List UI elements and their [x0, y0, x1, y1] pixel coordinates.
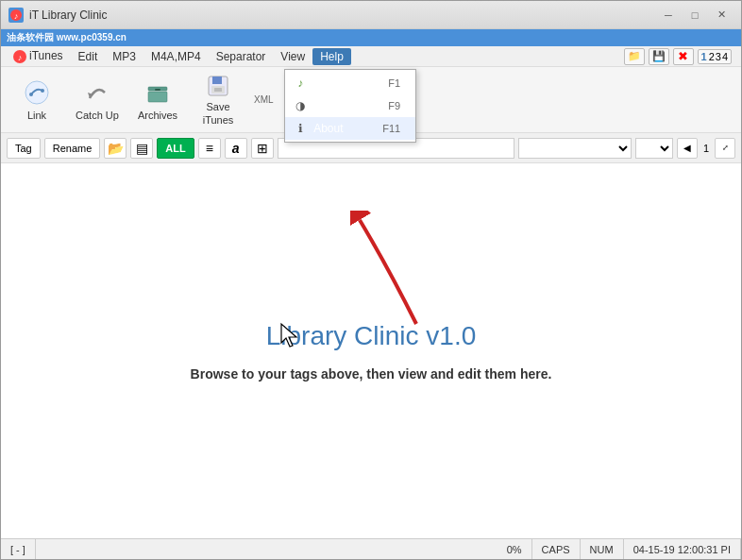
page-prev-btn[interactable]: ◀ — [677, 138, 698, 159]
barcode-icon-btn[interactable]: ▤ — [130, 138, 153, 159]
title-bar: ♪ iT Library Clinic ─ □ ✕ — [1, 1, 741, 29]
menu-mp3[interactable]: MP3 — [105, 48, 143, 65]
help-item-about[interactable]: ℹ About F11 — [285, 117, 415, 140]
top-bar-right: 📁 💾 ✖ 1 2 3 4 — [624, 48, 738, 65]
status-datetime: 04-15-19 12:00:31 PI — [624, 539, 741, 559]
page-indicator: 1 2 3 4 — [698, 49, 733, 64]
svg-text:♪: ♪ — [18, 53, 23, 62]
rename-button[interactable]: Rename — [44, 138, 101, 159]
menu-itunes[interactable]: ♪ iTunes — [5, 47, 71, 66]
svg-point-4 — [25, 81, 48, 104]
page-num-3[interactable]: 3 — [716, 51, 721, 62]
help-item-help[interactable]: ♪ Help F1 — [285, 72, 415, 94]
catchup-label: Catch Up — [76, 110, 119, 122]
align-icon-btn[interactable]: ≡ — [198, 138, 221, 159]
title-text: iT Library Clinic — [29, 8, 656, 22]
folder-icon-btn[interactable]: 📂 — [104, 138, 126, 159]
toolbar-catchup[interactable]: Catch Up — [69, 73, 126, 127]
expand-btn[interactable]: ⤢ — [715, 138, 735, 159]
status-center: 0% — [497, 539, 532, 559]
status-num: NUM — [581, 539, 624, 559]
grid-icon-btn[interactable]: ⊞ — [251, 138, 274, 159]
svg-point-6 — [41, 89, 44, 93]
app-window: ♪ iT Library Clinic ─ □ ✕ 油条软件园 www.pc03… — [0, 0, 742, 560]
version-icon: ◑ — [293, 98, 308, 113]
watermark-bar: 油条软件园 www.pc0359.cn — [1, 29, 741, 46]
watermark-text: 油条软件园 www.pc0359.cn — [7, 31, 126, 44]
arrow-overlay — [350, 211, 464, 336]
page-num-1[interactable]: 1 — [701, 51, 707, 62]
main-content: Library Clinic v1.0 Browse to your tags … — [1, 163, 741, 538]
page-num-4[interactable]: 4 — [722, 51, 728, 62]
tag-button[interactable]: Tag — [7, 138, 41, 159]
link-label: Link — [27, 110, 46, 122]
link-icon — [22, 77, 52, 108]
toolbar-icon-1[interactable]: 📁 — [624, 48, 645, 65]
saveitunes-label: Save iTunes — [194, 101, 243, 126]
all-button[interactable]: ALL — [157, 138, 194, 159]
status-bar: [ - ] 0% CAPS NUM 04-15-19 12:00:31 PI — [1, 538, 741, 559]
toolbar-saveitunes[interactable]: Save iTunes — [190, 73, 246, 127]
svg-text:♪: ♪ — [14, 11, 19, 21]
svg-rect-8 — [148, 92, 167, 102]
search-modifier-dropdown[interactable] — [635, 138, 673, 159]
help-icon: ♪ — [293, 76, 308, 91]
about-icon: ℹ — [293, 121, 308, 136]
svg-point-5 — [29, 93, 33, 96]
archives-label: Archives — [138, 110, 177, 122]
menu-bar: ♪ iTunes Edit MP3 M4A,MP4 Separator View… — [1, 46, 741, 67]
menu-view[interactable]: View — [273, 48, 312, 65]
archives-icon — [143, 77, 173, 108]
text-a-icon-btn[interactable]: a — [225, 138, 247, 159]
window-controls: ─ □ ✕ — [656, 6, 734, 25]
menu-edit[interactable]: Edit — [71, 48, 106, 65]
catchup-icon — [82, 77, 112, 108]
search-type-dropdown[interactable] — [518, 138, 632, 159]
svg-rect-13 — [214, 88, 222, 92]
toolbar-link[interactable]: Link — [8, 73, 65, 127]
minimize-button[interactable]: ─ — [656, 6, 681, 25]
xml-label: XML — [254, 94, 274, 105]
svg-rect-9 — [155, 89, 160, 91]
app-icon: ♪ — [8, 8, 24, 23]
svg-rect-11 — [212, 76, 222, 84]
toolbar-archives[interactable]: Archives — [129, 73, 186, 127]
status-caps: CAPS — [532, 539, 581, 559]
menu-m4a[interactable]: M4A,MP4 — [143, 48, 209, 65]
page-num-2[interactable]: 2 — [709, 51, 715, 62]
maximize-button[interactable]: □ — [683, 6, 707, 25]
help-item-version[interactable]: ◑ Version F9 — [285, 94, 415, 117]
app-subtitle: Browse to your tags above, then view and… — [191, 366, 552, 382]
toolbar-icon-2[interactable]: 💾 — [649, 48, 669, 65]
toolbar-icon-stop[interactable]: ✖ — [673, 48, 694, 65]
menu-help[interactable]: Help ♪ Help F1 ◑ Version F9 ℹ About F11 — [312, 48, 351, 65]
current-page: 1 — [701, 143, 711, 154]
close-button[interactable]: ✕ — [709, 6, 734, 25]
saveitunes-icon — [203, 73, 233, 99]
app-title: Library Clinic v1.0 — [266, 321, 477, 351]
help-dropdown: ♪ Help F1 ◑ Version F9 ℹ About F11 — [284, 69, 416, 143]
menu-separator[interactable]: Separator — [209, 48, 274, 65]
status-left: [ - ] — [1, 539, 36, 559]
